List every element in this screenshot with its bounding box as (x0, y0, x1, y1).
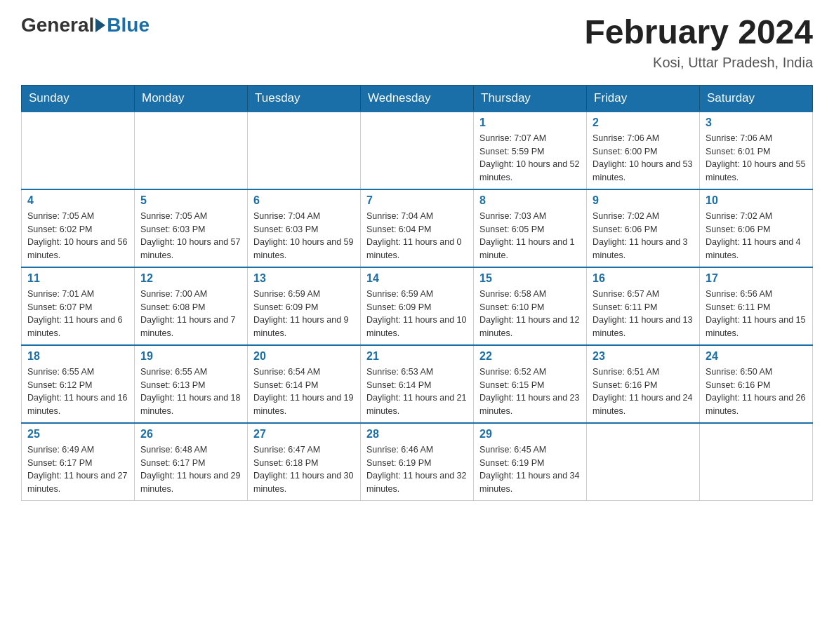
day-number: 3 (706, 116, 807, 129)
day-info: Sunrise: 6:48 AM Sunset: 6:17 PM Dayligh… (140, 443, 241, 496)
day-info: Sunrise: 6:55 AM Sunset: 6:12 PM Dayligh… (27, 365, 128, 418)
logo: General Blue (21, 14, 150, 36)
day-number: 1 (479, 116, 581, 129)
calendar-day-cell: 8Sunrise: 7:03 AM Sunset: 6:05 PM Daylig… (474, 189, 587, 267)
day-info: Sunrise: 7:07 AM Sunset: 5:59 PM Dayligh… (479, 132, 581, 185)
day-number: 26 (140, 428, 241, 441)
calendar-day-cell: 26Sunrise: 6:48 AM Sunset: 6:17 PM Dayli… (135, 423, 248, 501)
day-number: 27 (253, 428, 355, 441)
day-info: Sunrise: 6:46 AM Sunset: 6:19 PM Dayligh… (366, 443, 468, 496)
day-info: Sunrise: 6:56 AM Sunset: 6:11 PM Dayligh… (706, 288, 807, 340)
day-info: Sunrise: 7:04 AM Sunset: 6:04 PM Dayligh… (366, 210, 468, 262)
calendar-day-cell: 10Sunrise: 7:02 AM Sunset: 6:06 PM Dayli… (700, 189, 813, 267)
day-number: 18 (27, 350, 128, 363)
day-info: Sunrise: 6:52 AM Sunset: 6:15 PM Dayligh… (479, 365, 581, 418)
day-number: 10 (706, 194, 807, 207)
day-number: 5 (140, 194, 241, 207)
calendar-week-row: 25Sunrise: 6:49 AM Sunset: 6:17 PM Dayli… (22, 423, 813, 501)
day-info: Sunrise: 6:51 AM Sunset: 6:16 PM Dayligh… (593, 365, 694, 418)
calendar-day-cell: 9Sunrise: 7:02 AM Sunset: 6:06 PM Daylig… (587, 189, 700, 267)
page-header: General Blue February 2024 Kosi, Uttar P… (21, 14, 813, 71)
day-number: 12 (140, 272, 241, 285)
day-info: Sunrise: 6:58 AM Sunset: 6:10 PM Dayligh… (479, 288, 581, 340)
day-number: 19 (140, 350, 241, 363)
calendar-day-cell: 5Sunrise: 7:05 AM Sunset: 6:03 PM Daylig… (135, 189, 248, 267)
title-area: February 2024 Kosi, Uttar Pradesh, India (584, 14, 813, 71)
day-number: 20 (253, 350, 355, 363)
calendar-day-cell: 6Sunrise: 7:04 AM Sunset: 6:03 PM Daylig… (248, 189, 361, 267)
day-number: 25 (27, 428, 128, 441)
empty-cell (700, 423, 813, 501)
day-number: 22 (479, 350, 581, 363)
day-number: 17 (706, 272, 807, 285)
day-info: Sunrise: 6:54 AM Sunset: 6:14 PM Dayligh… (253, 365, 355, 418)
calendar-week-row: 11Sunrise: 7:01 AM Sunset: 6:07 PM Dayli… (22, 267, 813, 345)
day-info: Sunrise: 7:06 AM Sunset: 6:00 PM Dayligh… (593, 132, 694, 185)
day-number: 28 (366, 428, 468, 441)
calendar-day-cell: 17Sunrise: 6:56 AM Sunset: 6:11 PM Dayli… (700, 267, 813, 345)
calendar-day-cell: 15Sunrise: 6:58 AM Sunset: 6:10 PM Dayli… (474, 267, 587, 345)
day-info: Sunrise: 7:05 AM Sunset: 6:03 PM Dayligh… (140, 210, 241, 262)
logo-general-text: General (21, 14, 94, 36)
calendar-day-cell: 19Sunrise: 6:55 AM Sunset: 6:13 PM Dayli… (135, 345, 248, 423)
column-header-monday: Monday (135, 85, 248, 112)
day-number: 29 (479, 428, 581, 441)
day-info: Sunrise: 7:06 AM Sunset: 6:01 PM Dayligh… (706, 132, 807, 185)
day-info: Sunrise: 6:59 AM Sunset: 6:09 PM Dayligh… (366, 288, 468, 340)
day-number: 4 (27, 194, 128, 207)
day-info: Sunrise: 7:02 AM Sunset: 6:06 PM Dayligh… (593, 210, 694, 262)
calendar-day-cell: 21Sunrise: 6:53 AM Sunset: 6:14 PM Dayli… (361, 345, 474, 423)
day-number: 6 (253, 194, 355, 207)
calendar-day-cell: 18Sunrise: 6:55 AM Sunset: 6:12 PM Dayli… (22, 345, 135, 423)
day-info: Sunrise: 6:59 AM Sunset: 6:09 PM Dayligh… (253, 288, 355, 340)
calendar-day-cell: 7Sunrise: 7:04 AM Sunset: 6:04 PM Daylig… (361, 189, 474, 267)
empty-cell (587, 423, 700, 501)
calendar-day-cell: 13Sunrise: 6:59 AM Sunset: 6:09 PM Dayli… (248, 267, 361, 345)
day-info: Sunrise: 6:47 AM Sunset: 6:18 PM Dayligh… (253, 443, 355, 496)
calendar-week-row: 4Sunrise: 7:05 AM Sunset: 6:02 PM Daylig… (22, 189, 813, 267)
day-info: Sunrise: 7:01 AM Sunset: 6:07 PM Dayligh… (27, 288, 128, 340)
day-info: Sunrise: 7:00 AM Sunset: 6:08 PM Dayligh… (140, 288, 241, 340)
location: Kosi, Uttar Pradesh, India (584, 55, 813, 71)
calendar-day-cell: 22Sunrise: 6:52 AM Sunset: 6:15 PM Dayli… (474, 345, 587, 423)
day-number: 21 (366, 350, 468, 363)
calendar-day-cell: 16Sunrise: 6:57 AM Sunset: 6:11 PM Dayli… (587, 267, 700, 345)
empty-cell (22, 112, 135, 189)
calendar-day-cell: 3Sunrise: 7:06 AM Sunset: 6:01 PM Daylig… (700, 112, 813, 189)
day-info: Sunrise: 7:03 AM Sunset: 6:05 PM Dayligh… (479, 210, 581, 262)
calendar-day-cell: 28Sunrise: 6:46 AM Sunset: 6:19 PM Dayli… (361, 423, 474, 501)
calendar-day-cell: 27Sunrise: 6:47 AM Sunset: 6:18 PM Dayli… (248, 423, 361, 501)
column-header-wednesday: Wednesday (361, 85, 474, 112)
empty-cell (361, 112, 474, 189)
day-number: 11 (27, 272, 128, 285)
calendar-day-cell: 20Sunrise: 6:54 AM Sunset: 6:14 PM Dayli… (248, 345, 361, 423)
calendar-week-row: 18Sunrise: 6:55 AM Sunset: 6:12 PM Dayli… (22, 345, 813, 423)
day-number: 8 (479, 194, 581, 207)
calendar-table: SundayMondayTuesdayWednesdayThursdayFrid… (21, 85, 813, 501)
day-number: 7 (366, 194, 468, 207)
day-info: Sunrise: 7:04 AM Sunset: 6:03 PM Dayligh… (253, 210, 355, 262)
day-info: Sunrise: 6:49 AM Sunset: 6:17 PM Dayligh… (27, 443, 128, 496)
calendar-week-row: 1Sunrise: 7:07 AM Sunset: 5:59 PM Daylig… (22, 112, 813, 189)
calendar-day-cell: 23Sunrise: 6:51 AM Sunset: 6:16 PM Dayli… (587, 345, 700, 423)
logo-blue-text: Blue (107, 14, 150, 36)
calendar-header-row: SundayMondayTuesdayWednesdayThursdayFrid… (22, 85, 813, 112)
calendar-day-cell: 11Sunrise: 7:01 AM Sunset: 6:07 PM Dayli… (22, 267, 135, 345)
day-number: 23 (593, 350, 694, 363)
column-header-sunday: Sunday (22, 85, 135, 112)
logo-arrow-icon (95, 18, 105, 32)
day-number: 13 (253, 272, 355, 285)
column-header-friday: Friday (587, 85, 700, 112)
calendar-day-cell: 12Sunrise: 7:00 AM Sunset: 6:08 PM Dayli… (135, 267, 248, 345)
day-number: 2 (593, 116, 694, 129)
day-info: Sunrise: 6:53 AM Sunset: 6:14 PM Dayligh… (366, 365, 468, 418)
day-info: Sunrise: 6:55 AM Sunset: 6:13 PM Dayligh… (140, 365, 241, 418)
empty-cell (135, 112, 248, 189)
day-number: 24 (706, 350, 807, 363)
day-info: Sunrise: 6:57 AM Sunset: 6:11 PM Dayligh… (593, 288, 694, 340)
day-number: 16 (593, 272, 694, 285)
column-header-saturday: Saturday (700, 85, 813, 112)
day-info: Sunrise: 6:45 AM Sunset: 6:19 PM Dayligh… (479, 443, 581, 496)
calendar-day-cell: 2Sunrise: 7:06 AM Sunset: 6:00 PM Daylig… (587, 112, 700, 189)
day-info: Sunrise: 7:02 AM Sunset: 6:06 PM Dayligh… (706, 210, 807, 262)
